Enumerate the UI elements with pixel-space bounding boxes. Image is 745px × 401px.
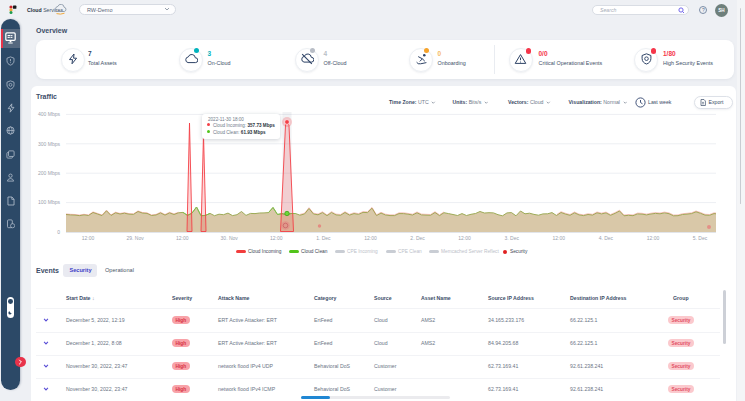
svg-text:12:00: 12:00 xyxy=(553,235,566,241)
svg-text:29. Nov: 29. Nov xyxy=(126,235,144,241)
svg-text:12:00: 12:00 xyxy=(270,235,283,241)
svg-text:200 Mbps: 200 Mbps xyxy=(38,170,60,176)
svg-text:4. Dec: 4. Dec xyxy=(599,235,614,241)
svg-text:12:00: 12:00 xyxy=(364,235,377,241)
svg-text:12:00: 12:00 xyxy=(458,235,471,241)
svg-text:300 Mbps: 300 Mbps xyxy=(38,141,60,147)
svg-text:30. Nov: 30. Nov xyxy=(221,235,239,241)
svg-text:12:00: 12:00 xyxy=(82,235,95,241)
svg-text:1. Dec: 1. Dec xyxy=(316,235,331,241)
svg-text:2. Dec: 2. Dec xyxy=(410,235,425,241)
svg-text:3. Dec: 3. Dec xyxy=(504,235,519,241)
svg-text:100 Mbps: 100 Mbps xyxy=(38,199,60,205)
svg-text:12:00: 12:00 xyxy=(647,235,660,241)
svg-text:12:00: 12:00 xyxy=(176,235,189,241)
svg-text:5. Dec: 5. Dec xyxy=(693,235,708,241)
svg-text:400 Mbps: 400 Mbps xyxy=(38,111,60,117)
svg-text:0: 0 xyxy=(57,229,60,235)
